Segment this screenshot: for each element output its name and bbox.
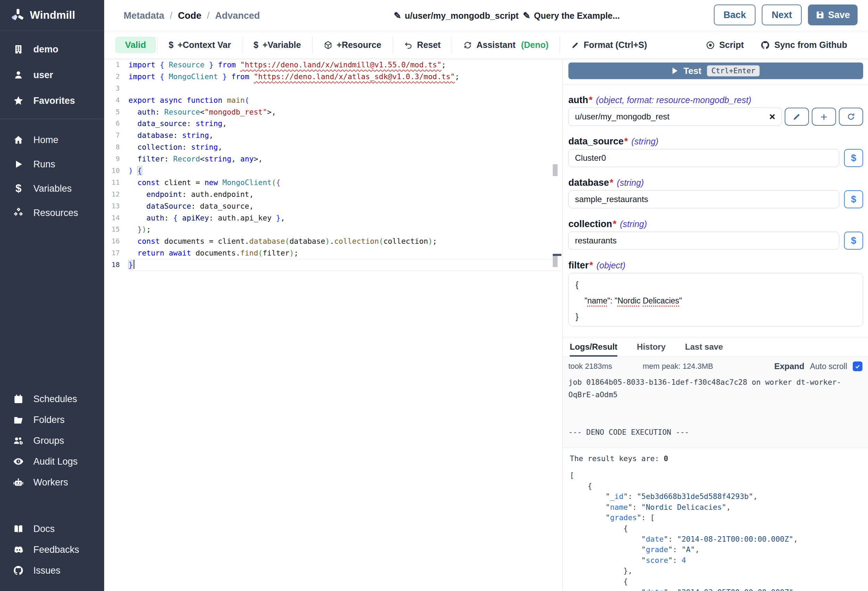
- script-path[interactable]: ✎ u/user/my_mongodb_script: [394, 0, 519, 31]
- script-kind-button[interactable]: Script: [706, 36, 744, 54]
- assistant-button[interactable]: Assistant (Deno): [452, 36, 560, 54]
- validity-badge: Valid: [115, 37, 156, 53]
- sidebar-item-schedules[interactable]: Schedules: [12, 392, 101, 406]
- dollar-icon: $: [254, 40, 258, 50]
- result-json-line: "_id": "5eb3d668b31de5d588f4293b",: [570, 491, 862, 502]
- sidebar-item-issues[interactable]: Issues: [12, 564, 101, 578]
- test-button[interactable]: Test Ctrl+Enter: [568, 62, 863, 79]
- sync-from-github-button[interactable]: Sync from Github: [760, 36, 847, 54]
- expand-button[interactable]: Expand: [774, 362, 805, 371]
- database-var-button[interactable]: $: [844, 190, 863, 208]
- add-context-var-button[interactable]: $ +Context Var: [158, 36, 242, 54]
- undo-icon: [404, 41, 413, 50]
- code-line: 14 auth: { apiKey: auth.api_key },: [104, 212, 561, 224]
- result-json-line: "date": "2014-08-21T00:00:00.000Z",: [570, 534, 862, 545]
- user-icon: [12, 69, 24, 81]
- sidebar-item-groups[interactable]: Groups: [12, 434, 101, 448]
- field-label-filter: filter* (object): [568, 260, 863, 271]
- shortcut-badge: Ctrl+Enter: [707, 65, 760, 76]
- sidebar-item-user[interactable]: user: [12, 67, 101, 83]
- edit-path-icon: ✎: [394, 10, 402, 21]
- run-panel: Test Ctrl+Enter auth* (object, format: r…: [563, 59, 868, 591]
- add-resource-button[interactable]: +Resource: [313, 36, 393, 54]
- sidebar-item-feedbacks[interactable]: Feedbacks: [12, 543, 101, 557]
- refresh-icon: [463, 41, 472, 50]
- clear-icon[interactable]: ×: [769, 111, 775, 122]
- sidebar-item-label: demo: [33, 44, 58, 55]
- result-json-line: {: [570, 481, 862, 492]
- dollar-icon: $: [169, 40, 174, 50]
- sidebar-item-runs[interactable]: Runs: [12, 157, 101, 172]
- calendar-icon: [12, 393, 24, 405]
- discord-icon: [12, 544, 24, 556]
- top-header: Metadata / Code / Advanced ✎ u/user/my_m…: [104, 0, 868, 31]
- code-line: 7 database: string,: [104, 130, 561, 141]
- autoscroll-checkbox[interactable]: [853, 362, 862, 371]
- play-icon: [672, 67, 678, 74]
- refresh-resource-button[interactable]: [839, 108, 863, 126]
- edit-resource-button[interactable]: [785, 108, 809, 126]
- code-line: 5 auth: Resource<"mongodb_rest">,: [104, 106, 561, 118]
- field-label-database: database* (string): [568, 177, 863, 188]
- code-line: 15 });: [104, 224, 561, 235]
- code-line: 9 filter: Record<string, any>,: [104, 153, 561, 165]
- folder-icon: [12, 414, 24, 426]
- database-input[interactable]: sample_restaurants: [568, 190, 839, 208]
- sidebar-item-variables[interactable]: $ Variables: [12, 181, 101, 196]
- reset-button[interactable]: Reset: [393, 36, 452, 54]
- breadcrumb-metadata[interactable]: Metadata: [124, 10, 164, 21]
- save-icon: [816, 10, 825, 19]
- editor-scrollbar-thumb[interactable]: [553, 164, 558, 176]
- tab-history[interactable]: History: [637, 337, 666, 357]
- target-icon: [706, 41, 715, 50]
- sidebar-item-folders[interactable]: Folders: [12, 413, 101, 427]
- back-button[interactable]: Back: [714, 4, 756, 25]
- code-line: 8 collection: string,: [104, 141, 561, 153]
- script-title-text: Query the Example...: [534, 11, 620, 21]
- robot-icon: [12, 476, 24, 488]
- save-button[interactable]: Save: [808, 4, 858, 25]
- field-label-collection: collection* (string): [568, 219, 863, 229]
- sidebar-divider: [0, 119, 104, 119]
- sidebar-item-favorites[interactable]: Favorites: [12, 93, 101, 108]
- add-variable-button[interactable]: $ +Variable: [242, 36, 312, 54]
- code-line: 4export async function main(: [104, 95, 561, 106]
- github-icon: [760, 40, 770, 50]
- data-source-var-button[interactable]: $: [844, 149, 863, 167]
- editor-toolbar: Valid $ +Context Var $ +Variable +Resour…: [104, 31, 868, 59]
- result-json-line: "grades": [: [570, 513, 862, 523]
- sidebar-item-workers[interactable]: Workers: [12, 475, 101, 489]
- format-button[interactable]: Format (Ctrl+S): [560, 36, 658, 54]
- code-line: 3: [104, 83, 561, 95]
- play-icon: [12, 158, 24, 170]
- sidebar-item-docs[interactable]: Docs: [12, 522, 101, 536]
- assistant-language: (Deno): [521, 40, 549, 50]
- sidebar-item-resources[interactable]: Resources: [12, 205, 101, 220]
- edit-title-icon: ✎: [523, 10, 530, 21]
- sidebar-item-workspace-demo[interactable]: demo: [12, 42, 101, 57]
- data-source-input[interactable]: Cluster0: [568, 149, 839, 167]
- result-json: [ { "_id": "5eb3d668b31de5d588f4293b", "…: [570, 470, 862, 591]
- editor-scrollbar-thumb2[interactable]: [553, 256, 558, 267]
- tab-logs-result[interactable]: Logs/Result: [570, 337, 617, 357]
- building-icon: [12, 43, 24, 55]
- script-title[interactable]: ✎ Query the Example...: [523, 0, 620, 31]
- filter-json-editor[interactable]: { "name": "Nordic Delicacies"}: [568, 273, 863, 327]
- sidebar-item-audit-logs[interactable]: Audit Logs: [12, 455, 101, 468]
- next-button[interactable]: Next: [762, 4, 802, 25]
- sidebar-item-home[interactable]: Home: [12, 132, 101, 148]
- collection-input[interactable]: restaurants: [568, 232, 839, 250]
- tab-last-save[interactable]: Last save: [685, 337, 723, 357]
- pen-icon: [571, 41, 580, 49]
- collection-var-button[interactable]: $: [844, 232, 863, 250]
- add-resource-button[interactable]: +: [812, 108, 836, 126]
- app-logo[interactable]: Windmill: [0, 0, 104, 31]
- eye-icon: [12, 455, 24, 467]
- breadcrumb-advanced[interactable]: Advanced: [215, 10, 260, 21]
- breadcrumb-code[interactable]: Code: [178, 10, 202, 21]
- code-line: 2import { MongoClient } from "https://de…: [104, 71, 561, 83]
- code-line: 11 const client = new MongoClient({: [104, 177, 561, 189]
- memory-stat: mem peak: 124.3MB: [643, 362, 713, 371]
- code-editor[interactable]: 1import { Resource } from "https://deno.…: [104, 59, 561, 591]
- auth-resource-input[interactable]: u/user/my_mongodb_rest ×: [568, 108, 782, 126]
